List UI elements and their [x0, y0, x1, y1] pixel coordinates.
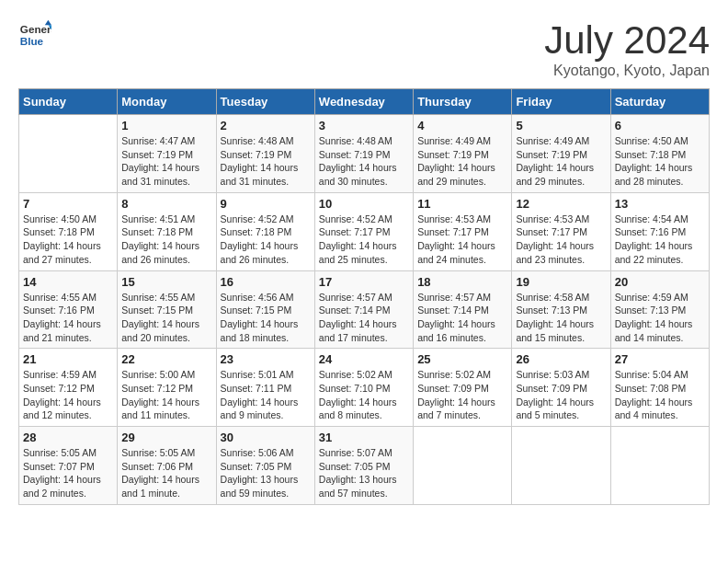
day-info: Sunrise: 4:59 AM Sunset: 7:12 PM Dayligh… [23, 368, 113, 422]
day-number: 22 [121, 352, 211, 366]
calendar-week-3: 21Sunrise: 4:59 AM Sunset: 7:12 PM Dayli… [19, 349, 710, 427]
calendar-cell [512, 427, 610, 505]
day-number: 25 [417, 352, 507, 366]
day-number: 30 [221, 431, 311, 444]
day-info: Sunrise: 4:49 AM Sunset: 7:19 PM Dayligh… [516, 134, 606, 189]
day-number: 28 [23, 431, 113, 444]
day-headers-row: SundayMondayTuesdayWednesdayThursdayFrid… [19, 89, 710, 115]
day-number: 19 [516, 275, 606, 289]
day-number: 23 [221, 352, 311, 366]
calendar-cell: 13Sunrise: 4:54 AM Sunset: 7:16 PM Dayli… [610, 192, 709, 270]
calendar-cell: 28Sunrise: 5:05 AM Sunset: 7:07 PM Dayli… [19, 427, 118, 505]
title-block: July 2024 Kyotango, Kyoto, Japan [544, 18, 710, 79]
calendar-cell: 24Sunrise: 5:02 AM Sunset: 7:10 PM Dayli… [314, 349, 413, 427]
day-number: 12 [516, 197, 606, 211]
day-number: 21 [23, 352, 113, 366]
day-info: Sunrise: 5:06 AM Sunset: 7:05 PM Dayligh… [221, 446, 311, 500]
day-info: Sunrise: 5:07 AM Sunset: 7:05 PM Dayligh… [319, 446, 409, 500]
calendar-week-1: 7Sunrise: 4:50 AM Sunset: 7:18 PM Daylig… [19, 192, 710, 270]
day-info: Sunrise: 4:50 AM Sunset: 7:18 PM Dayligh… [615, 134, 705, 189]
day-info: Sunrise: 4:50 AM Sunset: 7:18 PM Dayligh… [23, 213, 113, 267]
day-info: Sunrise: 4:56 AM Sunset: 7:15 PM Dayligh… [221, 291, 311, 345]
day-number: 11 [417, 197, 507, 211]
calendar-week-4: 28Sunrise: 5:05 AM Sunset: 7:07 PM Dayli… [19, 427, 710, 505]
day-info: Sunrise: 5:02 AM Sunset: 7:09 PM Dayligh… [417, 368, 507, 422]
calendar-cell: 18Sunrise: 4:57 AM Sunset: 7:14 PM Dayli… [414, 270, 512, 349]
day-info: Sunrise: 4:57 AM Sunset: 7:14 PM Dayligh… [319, 291, 409, 345]
day-number: 29 [121, 431, 211, 444]
day-header-friday: Friday [512, 89, 610, 115]
day-info: Sunrise: 4:53 AM Sunset: 7:17 PM Dayligh… [417, 213, 507, 267]
day-info: Sunrise: 5:03 AM Sunset: 7:09 PM Dayligh… [516, 368, 606, 422]
day-info: Sunrise: 4:55 AM Sunset: 7:16 PM Dayligh… [23, 291, 113, 345]
svg-text:Blue: Blue [20, 35, 44, 47]
calendar-cell: 7Sunrise: 4:50 AM Sunset: 7:18 PM Daylig… [19, 192, 118, 270]
calendar-cell: 16Sunrise: 4:56 AM Sunset: 7:15 PM Dayli… [216, 270, 314, 349]
day-number: 17 [319, 275, 409, 289]
calendar-cell: 27Sunrise: 5:04 AM Sunset: 7:08 PM Dayli… [610, 349, 709, 427]
day-info: Sunrise: 5:05 AM Sunset: 7:07 PM Dayligh… [23, 446, 113, 500]
logo-icon: General Blue [18, 18, 51, 52]
calendar-cell: 12Sunrise: 4:53 AM Sunset: 7:17 PM Dayli… [512, 192, 610, 270]
day-info: Sunrise: 4:59 AM Sunset: 7:13 PM Dayligh… [615, 291, 705, 345]
day-header-tuesday: Tuesday [216, 89, 314, 115]
calendar-cell: 5Sunrise: 4:49 AM Sunset: 7:19 PM Daylig… [512, 115, 610, 193]
day-number: 14 [23, 275, 113, 289]
day-number: 6 [615, 119, 705, 132]
calendar-cell: 17Sunrise: 4:57 AM Sunset: 7:14 PM Dayli… [314, 270, 413, 349]
calendar-cell: 23Sunrise: 5:01 AM Sunset: 7:11 PM Dayli… [216, 349, 314, 427]
day-info: Sunrise: 5:00 AM Sunset: 7:12 PM Dayligh… [121, 368, 211, 422]
calendar-cell: 26Sunrise: 5:03 AM Sunset: 7:09 PM Dayli… [512, 349, 610, 427]
calendar-cell: 3Sunrise: 4:48 AM Sunset: 7:19 PM Daylig… [314, 115, 413, 193]
calendar-week-2: 14Sunrise: 4:55 AM Sunset: 7:16 PM Dayli… [19, 270, 710, 349]
location: Kyotango, Kyoto, Japan [544, 63, 710, 79]
day-header-thursday: Thursday [414, 89, 512, 115]
day-number: 9 [221, 197, 311, 211]
calendar-cell: 21Sunrise: 4:59 AM Sunset: 7:12 PM Dayli… [19, 349, 118, 427]
day-header-saturday: Saturday [610, 89, 709, 115]
day-number: 3 [319, 119, 409, 132]
calendar-table: SundayMondayTuesdayWednesdayThursdayFrid… [18, 88, 710, 505]
calendar-cell: 1Sunrise: 4:47 AM Sunset: 7:19 PM Daylig… [118, 115, 216, 193]
calendar-cell: 25Sunrise: 5:02 AM Sunset: 7:09 PM Dayli… [414, 349, 512, 427]
calendar-cell: 30Sunrise: 5:06 AM Sunset: 7:05 PM Dayli… [216, 427, 314, 505]
day-number: 2 [221, 119, 311, 132]
day-number: 7 [23, 197, 113, 211]
calendar-body: 1Sunrise: 4:47 AM Sunset: 7:19 PM Daylig… [19, 115, 710, 505]
calendar-header: SundayMondayTuesdayWednesdayThursdayFrid… [19, 89, 710, 115]
calendar-cell [610, 427, 709, 505]
day-header-sunday: Sunday [19, 89, 118, 115]
calendar-cell: 11Sunrise: 4:53 AM Sunset: 7:17 PM Dayli… [414, 192, 512, 270]
day-info: Sunrise: 5:01 AM Sunset: 7:11 PM Dayligh… [221, 368, 311, 422]
day-info: Sunrise: 4:57 AM Sunset: 7:14 PM Dayligh… [417, 291, 507, 345]
day-info: Sunrise: 5:05 AM Sunset: 7:06 PM Dayligh… [121, 446, 211, 500]
calendar-cell: 6Sunrise: 4:50 AM Sunset: 7:18 PM Daylig… [610, 115, 709, 193]
day-info: Sunrise: 4:52 AM Sunset: 7:17 PM Dayligh… [319, 213, 409, 267]
day-number: 18 [417, 275, 507, 289]
calendar-cell: 10Sunrise: 4:52 AM Sunset: 7:17 PM Dayli… [314, 192, 413, 270]
calendar-cell: 2Sunrise: 4:48 AM Sunset: 7:19 PM Daylig… [216, 115, 314, 193]
day-header-monday: Monday [118, 89, 216, 115]
day-number: 15 [121, 275, 211, 289]
day-number: 1 [121, 119, 211, 132]
day-number: 13 [615, 197, 705, 211]
day-number: 26 [516, 352, 606, 366]
calendar-cell: 19Sunrise: 4:58 AM Sunset: 7:13 PM Dayli… [512, 270, 610, 349]
day-number: 5 [516, 119, 606, 132]
day-info: Sunrise: 4:54 AM Sunset: 7:16 PM Dayligh… [615, 213, 705, 267]
day-info: Sunrise: 4:55 AM Sunset: 7:15 PM Dayligh… [121, 291, 211, 345]
calendar-cell: 14Sunrise: 4:55 AM Sunset: 7:16 PM Dayli… [19, 270, 118, 349]
day-info: Sunrise: 4:48 AM Sunset: 7:19 PM Dayligh… [319, 134, 409, 189]
day-info: Sunrise: 4:58 AM Sunset: 7:13 PM Dayligh… [516, 291, 606, 345]
calendar-cell: 31Sunrise: 5:07 AM Sunset: 7:05 PM Dayli… [314, 427, 413, 505]
calendar-cell: 29Sunrise: 5:05 AM Sunset: 7:06 PM Dayli… [118, 427, 216, 505]
day-header-wednesday: Wednesday [314, 89, 413, 115]
day-info: Sunrise: 4:47 AM Sunset: 7:19 PM Dayligh… [121, 134, 211, 189]
calendar-cell [19, 115, 118, 193]
day-info: Sunrise: 4:49 AM Sunset: 7:19 PM Dayligh… [417, 134, 507, 189]
day-info: Sunrise: 4:53 AM Sunset: 7:17 PM Dayligh… [516, 213, 606, 267]
page-header: General Blue July 2024 Kyotango, Kyoto, … [18, 18, 710, 79]
calendar-cell: 20Sunrise: 4:59 AM Sunset: 7:13 PM Dayli… [610, 270, 709, 349]
calendar-week-0: 1Sunrise: 4:47 AM Sunset: 7:19 PM Daylig… [19, 115, 710, 193]
day-number: 31 [319, 431, 409, 444]
